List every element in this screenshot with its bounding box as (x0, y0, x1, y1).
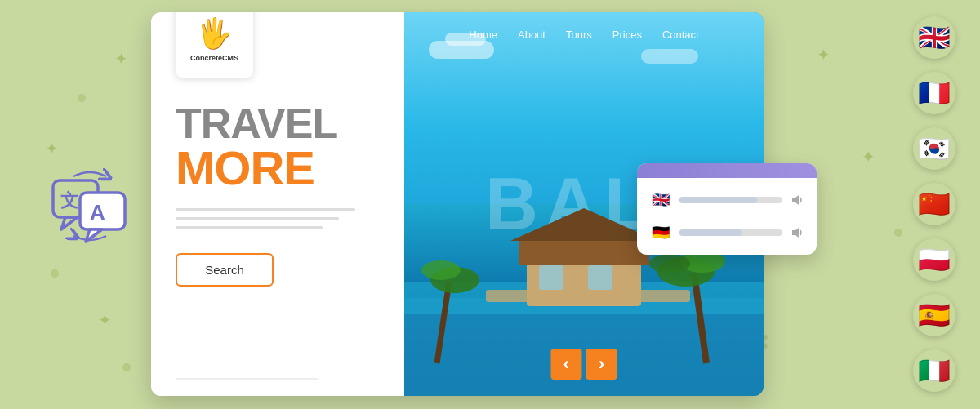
flag-it[interactable]: 🇮🇹 (913, 349, 956, 392)
speaker-icon (791, 193, 804, 207)
svg-marker-1 (61, 217, 78, 229)
dot-decoration (122, 363, 131, 371)
divider-line-3 (176, 226, 323, 229)
flag-uk[interactable]: 🇬🇧 (913, 16, 956, 59)
divider-line-2 (176, 217, 339, 220)
uk-flag-small: 🇬🇧 (650, 189, 671, 211)
svg-text:A: A (90, 200, 105, 225)
flags-column: 🇬🇧 🇫🇷 🇰🇷 🇨🇳 🇵🇱 🇪🇸 🇮🇹 (913, 16, 956, 392)
travel-label: TRAVEL (176, 102, 380, 144)
flag-cn[interactable]: 🇨🇳 (913, 183, 956, 225)
lang-row-uk: 🇬🇧 (650, 189, 804, 211)
hand-icon: 🖐 (196, 16, 233, 51)
svg-point-17 (649, 254, 690, 273)
nav-contact[interactable]: Contact (662, 29, 699, 41)
svg-rect-10 (519, 241, 649, 265)
star-decoration: ✦ (45, 139, 59, 158)
search-button[interactable]: Search (176, 253, 274, 287)
cms-logo: 🖐 ConcreteCMS (176, 12, 253, 78)
dot-decoration (894, 229, 902, 237)
dot-decoration (78, 94, 86, 102)
more-label: MORE (176, 144, 380, 192)
svg-text:文: 文 (60, 190, 78, 211)
lang-bar-fill-uk (679, 197, 757, 203)
star-decoration: ✦ (862, 147, 875, 167)
translation-card: 🇬🇧 🇩🇪 (637, 163, 817, 255)
lang-bar-de (679, 229, 782, 236)
cloud (641, 49, 698, 64)
next-arrow[interactable]: › (586, 349, 617, 380)
card-body: 🇬🇧 🇩🇪 (637, 178, 817, 255)
star-decoration: ✦ (817, 45, 831, 64)
bottom-divider (176, 378, 318, 380)
nav-home[interactable]: Home (469, 29, 497, 41)
nav-tours[interactable]: Tours (566, 29, 592, 41)
svg-rect-12 (539, 265, 564, 290)
flag-pl[interactable]: 🇵🇱 (913, 238, 956, 281)
nav-about[interactable]: About (518, 29, 546, 41)
star-decoration: ✦ (98, 310, 112, 330)
de-flag-small: 🇩🇪 (650, 222, 671, 243)
dot-decoration (51, 269, 59, 278)
svg-marker-11 (510, 208, 657, 241)
cms-logo-text: ConcreteCMS (190, 54, 238, 62)
card-header (637, 163, 817, 178)
nav-prices[interactable]: Prices (612, 29, 642, 41)
flag-kr[interactable]: 🇰🇷 (913, 127, 956, 170)
lang-bar-uk (679, 197, 782, 203)
svg-rect-13 (588, 265, 612, 290)
prev-arrow[interactable]: ‹ (551, 349, 582, 380)
divider-lines (176, 208, 380, 229)
flag-fr[interactable]: 🇫🇷 (913, 72, 956, 114)
svg-point-20 (421, 260, 461, 280)
speaker-icon-2 (791, 226, 804, 239)
flag-es[interactable]: 🇪🇸 (913, 294, 956, 336)
nav-arrows: ‹ › (551, 349, 617, 380)
lang-row-de: 🇩🇪 (650, 222, 804, 243)
site-nav: Home About Tours Prices Contact (404, 29, 764, 41)
star-decoration: ✦ (114, 49, 128, 69)
translation-icon: 文 A (49, 164, 131, 246)
lang-bar-fill-de (679, 229, 742, 236)
divider-line-1 (176, 208, 355, 211)
hero-text: TRAVEL MORE (176, 102, 380, 192)
